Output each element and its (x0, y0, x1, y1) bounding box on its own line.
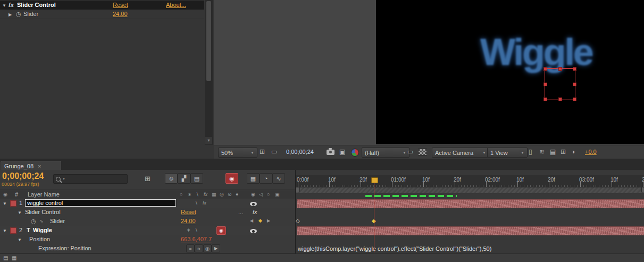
time-ruler[interactable]: 0:00f 10f 20f 01:00f 10f 20f 02:00f 10f … (296, 175, 644, 187)
eye-icon[interactable] (250, 229, 257, 233)
show-snapshot-icon[interactable]: ▣ (339, 148, 345, 155)
search-input[interactable] (68, 176, 125, 183)
selection-handle[interactable] (573, 67, 576, 71)
property-graph-icon[interactable]: ∿ (39, 218, 44, 224)
auto-keyframe-icon[interactable]: ◔ (260, 173, 272, 184)
mini-flowchart-icon[interactable]: ⊞ (145, 175, 150, 183)
collapse-column-icon[interactable]: ∗ (188, 192, 192, 197)
twirl-open-icon[interactable]: ▼ (3, 201, 7, 206)
label-color-chip[interactable] (10, 227, 16, 234)
selection-handle[interactable] (543, 97, 547, 101)
solo-column-icon[interactable]: ○ (267, 192, 270, 197)
tab-close-icon[interactable]: × (38, 163, 41, 169)
layer-row-2[interactable]: ▼ 2 T Wiggle ∗ ∖ ◉ (0, 226, 295, 235)
threed-column-icon[interactable]: ● (236, 192, 238, 197)
playhead-line[interactable] (374, 183, 374, 252)
selection-handle[interactable] (543, 83, 547, 86)
selection-box[interactable] (545, 68, 575, 100)
selection-handle[interactable] (558, 67, 562, 71)
resolution-select[interactable]: (Half) ▼ (362, 148, 409, 158)
lock-column-icon[interactable]: ▣ (275, 192, 280, 197)
playhead-handle[interactable] (371, 177, 378, 183)
stopwatch-icon[interactable]: ◷ (16, 11, 21, 18)
expression-code[interactable]: wiggle(thisComp.layer("wiggle control").… (298, 245, 491, 252)
selection-handle[interactable] (543, 67, 547, 71)
search-dropdown-icon[interactable]: ▼ (62, 177, 65, 181)
selection-handle[interactable] (573, 83, 576, 86)
transparency-grid-icon[interactable] (418, 149, 427, 155)
effect-options-dots[interactable]: ... (238, 209, 243, 215)
grid-options-icon[interactable]: ⊞ (260, 148, 265, 155)
add-keyframe-icon[interactable]: ◆ (258, 218, 262, 223)
view-layout-select[interactable]: 1 View ▼ (487, 148, 528, 158)
adjustment-column-icon[interactable]: ⊙ (228, 192, 232, 197)
layer-bar-2[interactable] (297, 226, 644, 235)
selection-handle[interactable] (573, 97, 576, 101)
shy-column-icon[interactable]: ○ (180, 192, 182, 197)
position-row[interactable]: ▼ Position 663.6,407.7 (0, 235, 295, 244)
scrollbar-thumb[interactable] (206, 1, 211, 81)
quality-column-icon[interactable]: ∖ (196, 192, 199, 197)
motion-blur-icon[interactable]: ◉ (225, 173, 238, 184)
fx-column-icon[interactable]: fx (204, 192, 207, 197)
column-layer-name[interactable]: Layer Name (28, 191, 60, 198)
expression-graph-icon[interactable]: ≈ (195, 244, 203, 252)
twirl-open-icon[interactable]: ▼ (2, 3, 6, 8)
selection-handle[interactable] (558, 97, 562, 101)
channels-icon[interactable] (351, 149, 359, 157)
effect-name[interactable]: Slider Control (25, 209, 61, 215)
expression-row[interactable]: Expression: Position = ≈ ◎ ▶ (0, 244, 295, 253)
effect-row[interactable]: ▼ Slider Control Reset ... fx (0, 208, 295, 217)
frame-blend-column-icon[interactable]: ▦ (212, 192, 216, 197)
work-area-end-handle[interactable] (641, 187, 644, 192)
pick-whip-icon[interactable]: ◎ (203, 244, 212, 252)
keyframe-first[interactable]: ◇ (296, 218, 300, 224)
flowchart-button-icon[interactable]: ⊞ (561, 148, 566, 155)
toggle-switches-modes-icon[interactable]: ▤ (3, 255, 8, 261)
collapse-switch-icon[interactable]: ∗ (187, 227, 191, 233)
twirl-open-icon[interactable]: ▼ (18, 210, 22, 215)
twirl-open-icon[interactable]: ▼ (3, 228, 7, 233)
effect-about-link[interactable]: About... (166, 2, 186, 8)
layer-bar-1[interactable] (297, 199, 644, 208)
effect-reset-link[interactable]: Reset (181, 209, 196, 215)
motion-blur-switch-icon[interactable]: ◉ (216, 226, 226, 235)
quality-switch-icon[interactable]: ∖ (195, 227, 198, 233)
reset-exposure-icon[interactable]: ◑ (571, 148, 575, 155)
twirl-open-icon[interactable]: ▼ (18, 238, 22, 242)
expand-panel-icon[interactable]: ▦ (12, 255, 16, 261)
label-color-chip[interactable] (10, 200, 16, 207)
scrollbar[interactable]: ▼ (205, 0, 213, 145)
fast-previews-icon[interactable]: ≋ (539, 148, 545, 155)
mask-visibility-icon[interactable]: ▭ (271, 148, 277, 155)
quality-switch-icon[interactable]: ∖ (195, 200, 198, 206)
live-update-icon[interactable]: ▦ (247, 173, 260, 184)
search-field[interactable]: ▼ (53, 174, 128, 184)
expression-menu-icon[interactable]: ▶ (212, 244, 220, 252)
frame-blend-icon[interactable]: ▞ (178, 173, 190, 184)
scrollbar-down-icon[interactable]: ▼ (205, 137, 212, 144)
timeline-button-icon[interactable]: ▤ (550, 148, 556, 155)
layer-name[interactable]: Wiggle (33, 227, 52, 233)
view-select[interactable]: Active Camera ▼ (432, 148, 489, 158)
comp-timecode[interactable]: 0;00;00;24 (286, 149, 314, 155)
timeline-timecode[interactable]: 0;00;00;24 (2, 171, 44, 181)
prev-keyframe-icon[interactable]: ◀ (250, 218, 253, 223)
stopwatch-icon[interactable]: ◷ (31, 218, 36, 225)
comp-viewport[interactable]: Wiggle (376, 0, 644, 144)
zoom-select[interactable]: 50% ▼ (218, 148, 257, 158)
fx-switch-icon[interactable]: fx (203, 200, 206, 206)
twirl-closed-icon[interactable]: ▶ (9, 12, 12, 17)
draft-3d-icon[interactable]: ▤ (190, 173, 203, 184)
position-value[interactable]: 663.6,407.7 (181, 236, 212, 242)
column-hash[interactable]: # (15, 191, 18, 198)
roi-icon[interactable]: ▭ (407, 148, 413, 155)
motion-blur-column-icon[interactable]: ◎ (220, 192, 224, 197)
work-area-start-handle[interactable] (296, 187, 300, 192)
eye-icon[interactable] (250, 202, 257, 206)
next-keyframe-icon[interactable]: ▶ (267, 218, 270, 223)
effect-reset-link[interactable]: Reset (113, 2, 128, 8)
effect-enable-fx-icon[interactable]: fx (253, 209, 257, 215)
video-column-icon[interactable]: ◉ (251, 192, 255, 197)
exposure-value[interactable]: +0.0 (585, 149, 597, 155)
